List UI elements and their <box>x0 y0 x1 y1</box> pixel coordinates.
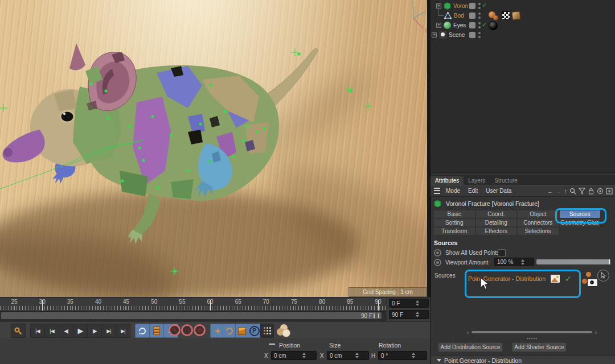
point-level-animation-icon[interactable] <box>260 324 274 338</box>
menu-edit[interactable]: Edit <box>468 188 478 194</box>
play-button[interactable]: ▶ <box>73 324 88 338</box>
up-arrow-icon[interactable]: ↑ <box>564 188 568 195</box>
add-distribution-source-button[interactable]: Add Distribution Source <box>438 342 503 352</box>
tab-selections[interactable]: Selections <box>518 228 559 235</box>
spinner-arrows[interactable] <box>514 259 531 265</box>
enable-dots[interactable] <box>478 3 481 9</box>
range-handle[interactable] <box>374 313 379 318</box>
menu-mode[interactable]: Mode <box>446 188 460 194</box>
object-label[interactable]: Scene <box>449 32 465 38</box>
goto-end-button[interactable]: ▶| <box>116 324 130 338</box>
record-objects-icon[interactable] <box>169 324 181 336</box>
menu-user-data[interactable]: User Data <box>486 188 511 194</box>
tab-basic[interactable]: Basic <box>434 210 475 218</box>
tab-structure[interactable]: Structure <box>490 176 522 185</box>
record-rotation-icon[interactable] <box>223 324 236 338</box>
tab-geometry-glue[interactable]: Geometry Glue <box>560 219 601 226</box>
object-row-eyes[interactable]: + Eyes ✓ <box>430 20 615 30</box>
search-icon[interactable] <box>569 188 576 195</box>
panel-menu-icon[interactable] <box>434 188 440 194</box>
tab-effectors[interactable]: Effectors <box>476 228 517 235</box>
back-arrow-icon[interactable]: ← <box>547 188 554 195</box>
filter-icon[interactable] <box>579 188 585 195</box>
tab-layers[interactable]: Layers <box>464 176 490 185</box>
record-parameter-icon[interactable]: P <box>248 324 261 338</box>
scroll-right-icon[interactable]: › <box>595 329 597 336</box>
keyframe-bars-icon[interactable] <box>149 324 164 338</box>
expand-icon[interactable]: + <box>432 32 437 38</box>
tab-sorting[interactable]: Sorting <box>434 219 475 226</box>
spinner-arrows[interactable] <box>348 353 366 358</box>
source-enabled-check-icon[interactable]: ✓ <box>565 274 572 283</box>
layer-palette-icon[interactable] <box>276 324 290 337</box>
viewport-amount-field[interactable]: 100 % <box>494 258 534 266</box>
tab-detailing[interactable]: Detailing <box>476 219 517 226</box>
scrollbar-thumb[interactable] <box>472 331 592 333</box>
show-all-used-points-checkbox[interactable] <box>498 249 506 257</box>
rotation-h-field[interactable]: 0 ° <box>378 351 427 360</box>
enable-dots[interactable] <box>478 22 481 28</box>
keyframe-record-icon[interactable] <box>11 324 26 338</box>
param-circle-icon[interactable] <box>434 259 441 266</box>
tab-attributes[interactable]: Attributes <box>430 176 464 185</box>
layer-box[interactable] <box>469 3 475 9</box>
param-circle-icon[interactable] <box>434 249 441 257</box>
current-frame-field[interactable]: 0 F <box>389 299 429 308</box>
spinner-arrows[interactable] <box>409 312 426 317</box>
spinner-arrows[interactable] <box>294 353 314 358</box>
viewport-amount-slider[interactable] <box>536 259 610 264</box>
object-row-scene[interactable]: + Scene <box>430 30 615 40</box>
material-checker-icon[interactable] <box>502 11 510 20</box>
forward-arrow-icon[interactable]: → <box>556 188 562 195</box>
enable-dots[interactable] <box>478 32 481 38</box>
object-label[interactable]: Eyes <box>453 22 466 28</box>
tab-connectors[interactable]: Connectors <box>518 219 559 226</box>
sources-list-scrollbar[interactable]: ‹ › <box>467 329 597 336</box>
next-key-button[interactable]: ▶| <box>101 324 116 338</box>
spinner-arrows[interactable] <box>409 300 426 306</box>
enabled-check-icon[interactable]: ✓ <box>482 2 487 9</box>
scroll-left-icon[interactable]: ‹ <box>467 329 469 336</box>
material-orange-sphere2-icon[interactable] <box>493 15 498 20</box>
material-tags[interactable] <box>487 11 520 20</box>
prev-frame-button[interactable]: ◀| <box>59 324 73 338</box>
layer-box[interactable] <box>469 22 475 28</box>
position-x-field[interactable]: 0 cm <box>271 351 317 360</box>
object-row-voronoi[interactable]: + Voron ✓ <box>430 1 615 11</box>
prev-key-button[interactable]: |◀ <box>44 324 59 338</box>
object-row-body[interactable]: Bod <box>430 11 615 20</box>
enabled-check-icon[interactable]: ✓ <box>482 21 487 28</box>
tab-transform[interactable]: Transform <box>434 228 475 235</box>
material-black-sphere-icon[interactable] <box>489 21 498 30</box>
tab-sources[interactable]: Sources <box>560 210 601 218</box>
size-x-field[interactable]: 0 cm <box>327 351 369 360</box>
loop-playback-icon[interactable] <box>135 324 150 338</box>
viewport-3d[interactable]: Y Z X Grid Spacing : 1 cm <box>0 0 427 297</box>
spinner-arrows[interactable] <box>403 353 424 358</box>
object-label[interactable]: Bod <box>454 13 464 19</box>
add-panel-icon[interactable] <box>606 188 613 195</box>
autokey-icon[interactable]: ( ) <box>181 324 193 336</box>
lock-icon[interactable] <box>588 188 594 195</box>
end-frame-field[interactable]: 90 F <box>389 310 429 319</box>
point-generator-section-header[interactable]: Point Generator - Distribution <box>431 355 615 364</box>
add-shader-source-button[interactable]: Add Shader Source <box>512 342 567 352</box>
layer-box[interactable] <box>469 13 475 19</box>
distribution-thumbnail-icon[interactable] <box>550 274 560 283</box>
material-leather-icon[interactable] <box>511 11 520 20</box>
point-generator-drag-icon[interactable] <box>582 272 598 289</box>
expand-icon[interactable]: + <box>436 23 441 28</box>
object-label[interactable]: Voron <box>453 3 468 9</box>
material-tags[interactable] <box>487 21 498 30</box>
layer-box[interactable] <box>469 32 475 38</box>
tab-coord[interactable]: Coord. <box>476 210 517 218</box>
pick-source-button[interactable] <box>597 270 609 282</box>
tab-object[interactable]: Object <box>518 210 559 218</box>
next-frame-button[interactable]: |▶ <box>87 324 102 338</box>
resize-grip-dots[interactable]: ••••• <box>527 336 538 341</box>
keyframe-settings-icon[interactable] <box>194 324 206 336</box>
record-scale-icon[interactable] <box>235 324 248 338</box>
timeline-range-bar[interactable]: 90 F <box>1 312 382 319</box>
target-icon[interactable] <box>597 188 604 195</box>
enable-dots[interactable] <box>478 13 481 19</box>
